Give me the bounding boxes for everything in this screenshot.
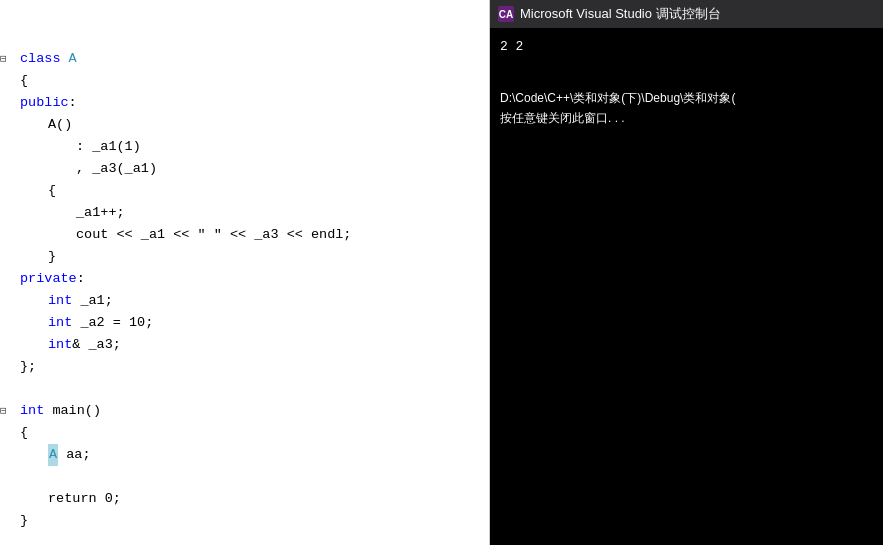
line-code-area: return 0; [16, 488, 121, 510]
line-code-area: _a1++; [16, 202, 125, 224]
line-code-area: A() [16, 114, 72, 136]
code-line: _a1++; [0, 202, 489, 224]
code-line: : _a1(1) [0, 136, 489, 158]
code-line: int _a2 = 10; [0, 312, 489, 334]
line-code-area: public: [16, 92, 77, 114]
line-code-area: int main() [16, 400, 101, 422]
code-line: } [0, 510, 489, 532]
code-line: A aa; [0, 444, 489, 466]
line-code-area: { [16, 70, 28, 92]
token: A() [48, 114, 72, 136]
code-line: return 0; [0, 488, 489, 510]
code-line: ⊟int main() [0, 400, 489, 422]
code-content: ⊟class A{public:A(): _a1(1), _a3(_a1){_a… [0, 0, 489, 536]
line-code-area: , _a3(_a1) [16, 158, 157, 180]
line-code-area: int& _a3; [16, 334, 121, 356]
token: { [20, 422, 28, 444]
glyph-margin: ⊟ [0, 48, 16, 70]
console-body: 2 2 D:\Code\C++\类和对象(下)\Debug\类和对象( 按任意键… [490, 28, 883, 545]
token: main() [44, 400, 101, 422]
vs-icon: CA [498, 6, 514, 22]
code-line: , _a3(_a1) [0, 158, 489, 180]
console-blank [500, 58, 873, 80]
code-line: ⊟class A [0, 48, 489, 70]
code-line: }; [0, 356, 489, 378]
line-code-area: }; [16, 356, 36, 378]
line-code-area: { [16, 180, 56, 202]
token: _a2 = 10; [72, 312, 153, 334]
token: private [20, 268, 77, 290]
line-code-area: int _a1; [16, 290, 113, 312]
token: : _a1(1) [76, 136, 141, 158]
console-title: Microsoft Visual Studio 调试控制台 [520, 5, 721, 23]
code-line: int& _a3; [0, 334, 489, 356]
console-output: 2 2 [500, 36, 873, 58]
token: { [20, 70, 28, 92]
line-code-area: int _a2 = 10; [16, 312, 153, 334]
token: public [20, 92, 69, 114]
code-line [0, 466, 489, 488]
token: : [69, 92, 77, 114]
code-line: int _a1; [0, 290, 489, 312]
console-header: CA Microsoft Visual Studio 调试控制台 [490, 0, 883, 28]
token: _a1; [72, 290, 113, 312]
line-code-area: cout << _a1 << " " << _a3 << endl; [16, 224, 351, 246]
token: int [48, 334, 72, 356]
token: } [20, 510, 28, 532]
token: }; [20, 356, 36, 378]
code-line: { [0, 70, 489, 92]
token: A [69, 48, 77, 70]
code-line [0, 378, 489, 400]
token: , _a3(_a1) [76, 158, 157, 180]
code-line: cout << _a1 << " " << _a3 << endl; [0, 224, 489, 246]
token: int [48, 290, 72, 312]
token: aa; [58, 444, 90, 466]
token: } [48, 246, 56, 268]
code-line: { [0, 180, 489, 202]
collapse-icon[interactable]: ⊟ [0, 53, 7, 65]
token: _a1++; [76, 202, 125, 224]
code-line: private: [0, 268, 489, 290]
token: int [48, 312, 72, 334]
console-path: D:\Code\C++\类和对象(下)\Debug\类和对象( [500, 88, 873, 108]
token: return 0; [48, 488, 121, 510]
code-line: } [0, 246, 489, 268]
token: & _a3; [72, 334, 121, 356]
line-code-area: } [16, 510, 28, 532]
line-code-area: A aa; [16, 444, 91, 466]
console-panel: CA Microsoft Visual Studio 调试控制台 2 2 D:\… [490, 0, 883, 545]
token: class [20, 48, 69, 70]
code-line: A() [0, 114, 489, 136]
token: { [48, 180, 56, 202]
collapse-icon[interactable]: ⊟ [0, 405, 7, 417]
console-prompt: 按任意键关闭此窗口. . . [500, 108, 873, 128]
code-editor: ⊟class A{public:A(): _a1(1), _a3(_a1){_a… [0, 0, 490, 545]
token: A [48, 444, 58, 466]
line-code-area: { [16, 422, 28, 444]
line-code-area: class A [16, 48, 77, 70]
line-code-area: } [16, 246, 56, 268]
line-code-area: private: [16, 268, 85, 290]
line-code-area: : _a1(1) [16, 136, 141, 158]
glyph-margin: ⊟ [0, 400, 16, 422]
code-line: { [0, 422, 489, 444]
token: : [77, 268, 85, 290]
code-line: public: [0, 92, 489, 114]
token: int [20, 400, 44, 422]
token: cout << _a1 << " " << _a3 << endl; [76, 224, 351, 246]
